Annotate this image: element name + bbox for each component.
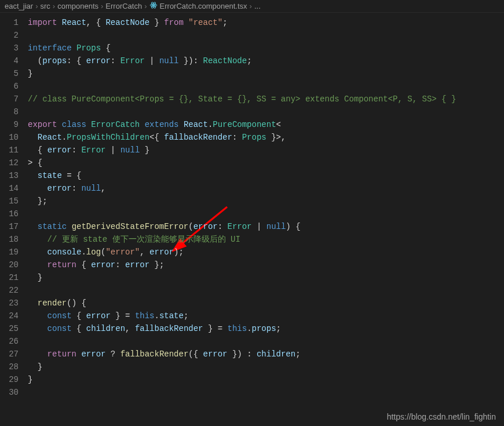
line-number: 1 xyxy=(0,16,19,29)
code-line[interactable] xyxy=(24,335,504,348)
line-number: 5 xyxy=(0,67,19,80)
line-number: 4 xyxy=(0,54,19,67)
line-number-gutter: 1234567891011121314151617181920212223242… xyxy=(0,13,24,426)
chevron-right-icon: › xyxy=(144,2,147,10)
line-number: 12 xyxy=(0,156,19,169)
code-line[interactable]: }; xyxy=(24,195,504,207)
line-number: 9 xyxy=(0,118,19,131)
code-line[interactable]: console.log("error", error); xyxy=(24,246,504,258)
line-number: 8 xyxy=(0,105,19,118)
chevron-right-icon: › xyxy=(53,2,55,10)
line-number: 6 xyxy=(0,80,19,93)
line-number: 25 xyxy=(0,322,19,335)
line-number: 10 xyxy=(0,131,19,144)
breadcrumb[interactable]: eact_jiar › src › components › ErrorCatc… xyxy=(0,0,504,13)
code-line[interactable]: return { error: error }; xyxy=(24,258,504,271)
watermark-text: https://blog.csdn.net/lin_fightin xyxy=(387,412,496,421)
code-line[interactable]: // 更新 state 使下一次渲染能够显示降级后的 UI xyxy=(24,233,504,246)
breadcrumb-file[interactable]: ErrorCatch.component.tsx xyxy=(160,2,247,10)
breadcrumb-part[interactable]: components xyxy=(57,2,98,10)
svg-point-0 xyxy=(152,5,154,6)
code-line[interactable]: return error ? fallbackRender({ error })… xyxy=(24,348,504,361)
line-number: 11 xyxy=(0,144,19,156)
line-number: 29 xyxy=(0,373,19,386)
code-line[interactable]: } xyxy=(24,271,504,284)
line-number: 28 xyxy=(0,361,19,373)
line-number: 17 xyxy=(0,220,19,233)
breadcrumb-part[interactable]: src xyxy=(40,2,50,10)
line-number: 23 xyxy=(0,297,19,310)
code-line[interactable]: const { error } = this.state; xyxy=(24,310,504,322)
code-line[interactable]: { error: Error | null } xyxy=(24,144,504,156)
line-number: 24 xyxy=(0,310,19,322)
code-line[interactable]: render() { xyxy=(24,297,504,310)
code-line[interactable]: (props: { error: Error | null }): ReactN… xyxy=(24,54,504,67)
line-number: 7 xyxy=(0,93,19,105)
line-number: 30 xyxy=(0,386,19,399)
code-line[interactable]: const { children, fallbackRender } = thi… xyxy=(24,322,504,335)
line-number: 15 xyxy=(0,195,19,207)
chevron-right-icon: › xyxy=(35,2,38,10)
line-number: 18 xyxy=(0,233,19,246)
code-line[interactable]: } xyxy=(24,373,504,386)
code-line[interactable]: React.PropsWithChildren<{ fallbackRender… xyxy=(24,131,504,144)
line-number: 3 xyxy=(0,42,19,54)
code-line[interactable] xyxy=(24,29,504,42)
code-line[interactable]: error: null, xyxy=(24,182,504,195)
breadcrumb-part[interactable]: eact_jiar xyxy=(5,2,33,10)
chevron-right-icon: › xyxy=(250,2,252,10)
code-line[interactable]: export class ErrorCatch extends React.Pu… xyxy=(24,118,504,131)
code-line[interactable]: // class PureComponent<Props = {}, State… xyxy=(24,93,504,105)
code-line[interactable] xyxy=(24,207,504,220)
code-line[interactable]: static getDerivedStateFromError(error: E… xyxy=(24,220,504,233)
line-number: 13 xyxy=(0,169,19,182)
code-line[interactable]: } xyxy=(24,361,504,373)
breadcrumb-part[interactable]: ErrorCatch xyxy=(105,2,142,10)
code-line[interactable]: state = { xyxy=(24,169,504,182)
line-number: 20 xyxy=(0,258,19,271)
line-number: 22 xyxy=(0,284,19,297)
chevron-right-icon: › xyxy=(101,2,103,10)
code-area[interactable]: import React, { ReactNode } from "react"… xyxy=(24,13,504,426)
code-line[interactable]: interface Props { xyxy=(24,42,504,54)
code-line[interactable]: import React, { ReactNode } from "react"… xyxy=(24,16,504,29)
code-line[interactable]: } xyxy=(24,67,504,80)
code-line[interactable] xyxy=(24,80,504,93)
line-number: 26 xyxy=(0,335,19,348)
line-number: 21 xyxy=(0,271,19,284)
line-number: 2 xyxy=(0,29,19,42)
breadcrumb-ellipsis[interactable]: ... xyxy=(254,2,261,10)
line-number: 14 xyxy=(0,182,19,195)
code-line[interactable] xyxy=(24,284,504,297)
code-line[interactable]: > { xyxy=(24,156,504,169)
code-line[interactable] xyxy=(24,386,504,399)
react-icon xyxy=(149,1,158,11)
line-number: 19 xyxy=(0,246,19,258)
line-number: 16 xyxy=(0,207,19,220)
code-line[interactable] xyxy=(24,105,504,118)
code-editor[interactable]: 1234567891011121314151617181920212223242… xyxy=(0,13,504,426)
line-number: 27 xyxy=(0,348,19,361)
